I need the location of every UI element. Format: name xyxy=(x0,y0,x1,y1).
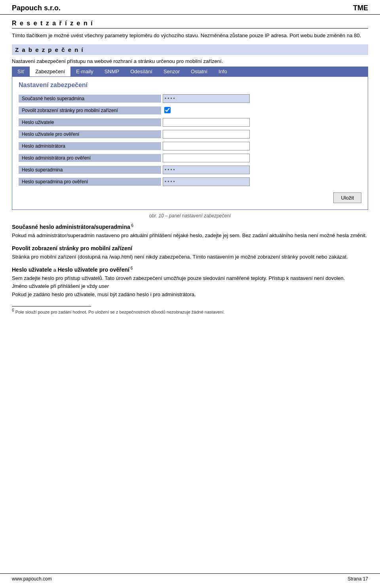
field-user-password xyxy=(163,118,361,127)
label-user-password-confirm: Heslo uživatele pro ověření xyxy=(19,130,161,138)
form-row-current-password: Současné heslo superadmina xyxy=(19,93,361,104)
label-superadmin-password-confirm: Heslo superadmina pro ověření xyxy=(19,178,161,186)
field-user-password-confirm xyxy=(163,130,361,139)
save-button[interactable]: Uložit xyxy=(333,192,361,203)
main-content: R e s e t z a ř í z e n í Tímto tlačítke… xyxy=(0,18,380,322)
tab-senzor[interactable]: Senzor xyxy=(158,67,185,76)
label-admin-password-confirm: Heslo administrátora pro ověření xyxy=(19,154,161,162)
body-mobile-content: Stránka pro mobilní zařízení (dostupná n… xyxy=(12,254,348,260)
body-user-password-content: Sem zadejte heslo pro přístup uživatelů.… xyxy=(12,275,345,281)
body-mobile-title: Povolit zobrazení stránky pro mobilní za… xyxy=(12,245,132,251)
tab-sit[interactable]: Síť xyxy=(12,67,30,76)
form-row-mobile: Povolit zobrazení stránky pro mobilní za… xyxy=(19,105,361,116)
body-user-password: Heslo uživatele a Heslo uživatele pro ov… xyxy=(12,265,368,299)
footer-website: www.papouch.com xyxy=(12,576,52,582)
panel-title: Nastavení zabezpečení xyxy=(19,82,361,89)
input-admin-password[interactable] xyxy=(163,142,250,150)
field-current-password xyxy=(163,94,361,103)
body-user-note1: Jméno uživatele při přihlášení je vždy u… xyxy=(12,282,368,291)
body-user-password-and: a xyxy=(53,267,58,273)
input-admin-password-confirm[interactable] xyxy=(163,154,250,162)
footer-page: Strana 17 xyxy=(348,576,368,582)
input-current-password[interactable] xyxy=(163,94,250,103)
company-name: Papouch s.r.o. xyxy=(12,4,61,12)
footnote-content: Pole slouží pouze pro zadání hodnot. Po … xyxy=(15,310,225,314)
security-section-box: Z a b e z p e č e n í xyxy=(12,44,368,55)
nav-tabs: Síť Zabezpečení E-maily SNMP Odesílání S… xyxy=(12,67,368,76)
save-button-row: Uložit xyxy=(19,192,361,203)
tab-emaily[interactable]: E-maily xyxy=(70,67,99,76)
page-header: Papouch s.r.o. TME xyxy=(0,0,380,15)
tab-info[interactable]: Info xyxy=(213,67,233,76)
panel-caption: obr. 10 – panel nastavení zabezpečení xyxy=(12,213,368,219)
body-user-password-text: Heslo uživatele a Heslo uživatele pro ov… xyxy=(12,265,368,283)
tab-zabezpeceni[interactable]: Zabezpečení xyxy=(30,67,70,76)
body-user-note2: Pokud je zadáno heslo pro uživatele, mus… xyxy=(12,291,368,299)
body-user-password-confirm-title: Heslo uživatele pro ověření xyxy=(58,266,129,273)
checkbox-mobile[interactable] xyxy=(164,107,171,113)
tab-snmp[interactable]: SNMP xyxy=(99,67,125,76)
footnote-ref-2: 6 xyxy=(129,266,133,270)
body-user-password-title: Heslo uživatele xyxy=(12,266,52,273)
form-row-admin-password: Heslo administrátora xyxy=(19,141,361,151)
input-user-password-confirm[interactable] xyxy=(163,130,250,139)
form-row-admin-password-confirm: Heslo administrátora pro ověření xyxy=(19,153,361,163)
label-user-password: Heslo uživatele xyxy=(19,118,161,126)
footnote-number: 6 xyxy=(12,308,14,312)
field-mobile xyxy=(163,107,361,114)
input-superadmin-password-confirm[interactable] xyxy=(163,177,250,186)
label-current-password: Současné heslo superadmina xyxy=(19,95,161,103)
body-superadmin-content: Pokud má administrátor/superadmin nastav… xyxy=(12,232,367,238)
field-admin-password xyxy=(163,142,361,150)
tab-odesilani[interactable]: Odesílání xyxy=(125,67,158,76)
reset-section: R e s e t z a ř í z e n í Tímto tlačítke… xyxy=(12,20,368,40)
footnote-divider xyxy=(12,306,91,306)
security-panel: Nastavení zabezpečení Současné heslo sup… xyxy=(12,76,368,210)
form-row-user-password: Heslo uživatele xyxy=(19,117,361,127)
label-mobile: Povolit zobrazení stránky pro mobilní za… xyxy=(19,107,161,114)
label-admin-password: Heslo administrátora xyxy=(19,142,161,150)
page-footer: www.papouch.com Strana 17 xyxy=(0,573,380,584)
form-row-user-password-confirm: Heslo uživatele pro ověření xyxy=(19,129,361,139)
field-superadmin-password-confirm xyxy=(163,177,361,186)
reset-title: R e s e t z a ř í z e n í xyxy=(12,20,368,29)
body-mobile: Povolit zobrazení stránky pro mobilní za… xyxy=(12,244,368,261)
input-superadmin-password[interactable] xyxy=(163,166,250,174)
body-superadmin-text: Současné heslo administrátora/superadmin… xyxy=(12,223,368,240)
body-superadmin-title: Současné heslo administrátora/superadmin… xyxy=(12,224,130,230)
reset-text: Tímto tlačítkem je možné uvést všechny p… xyxy=(12,32,368,40)
form-row-superadmin-password: Heslo superadmina xyxy=(19,165,361,175)
security-title: Z a b e z p e č e n í xyxy=(15,46,84,53)
field-superadmin-password xyxy=(163,166,361,174)
field-admin-password-confirm xyxy=(163,154,361,162)
label-superadmin-password: Heslo superadmina xyxy=(19,166,161,174)
security-description: Nastavení zabezpečení přístupu na webové… xyxy=(12,57,368,65)
footnote-ref-1: 6 xyxy=(130,223,133,228)
footnote: 6 Pole slouží pouze pro zadání hodnot. P… xyxy=(12,308,368,314)
product-name: TME xyxy=(353,4,368,12)
body-mobile-text: Povolit zobrazení stránky pro mobilní za… xyxy=(12,244,368,261)
body-superadmin: Současné heslo administrátora/superadmin… xyxy=(12,223,368,240)
tab-ostatni[interactable]: Ostatní xyxy=(185,67,213,76)
input-user-password[interactable] xyxy=(163,118,250,127)
form-row-superadmin-password-confirm: Heslo superadmina pro ověření xyxy=(19,177,361,187)
